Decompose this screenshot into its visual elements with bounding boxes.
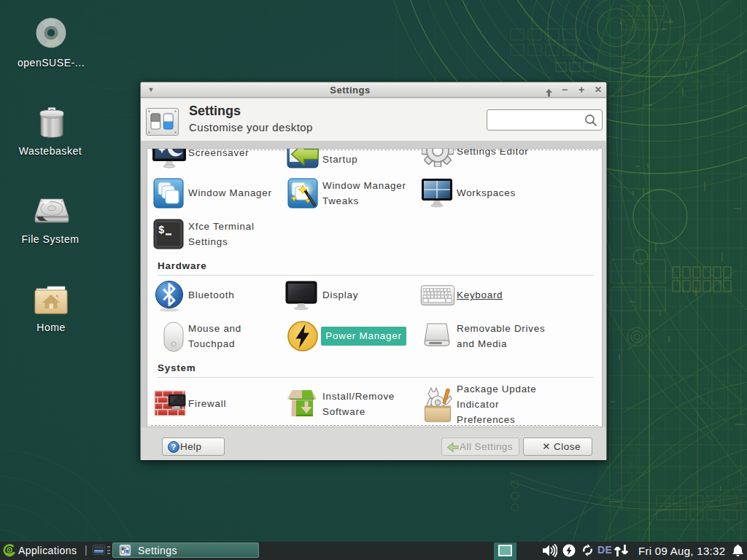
svg-text:?: ? (171, 443, 176, 451)
svg-text:$: $ (158, 225, 164, 236)
